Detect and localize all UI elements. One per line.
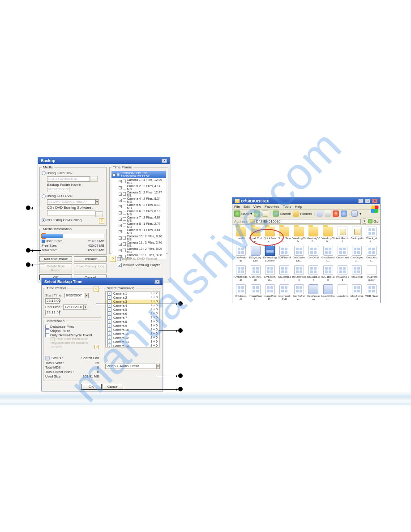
file-item[interactable]: IMG1pcx.dll — [321, 265, 334, 282]
camera-row[interactable]: Camera 32 + 0 — [106, 300, 159, 304]
file-item[interactable]: Install Codec — [248, 227, 262, 243]
event-type-select[interactable]: Video + Audio Event — [105, 364, 156, 369]
file-item[interactable]: GDIPlus.dll — [278, 246, 291, 262]
file-item[interactable]: IMG1jpg.dll — [307, 265, 320, 282]
camera-tree-item[interactable]: +Camera 3 : 2 Files, 12.47 MB — [118, 191, 166, 197]
camera-tree-item[interactable]: +Camera 5 : 2 Files, 8.18 MB — [118, 203, 166, 210]
camera-row[interactable]: Camera 131 + 0 — [106, 340, 159, 344]
menu-item[interactable]: Favorites — [265, 205, 279, 209]
go-button[interactable]: Go — [368, 219, 378, 223]
file-item[interactable]: GeoDll.dll — [307, 246, 320, 262]
camera-row[interactable]: Camera 22 + 0 — [106, 296, 159, 300]
db-checkbox[interactable] — [45, 325, 49, 329]
camera-row[interactable]: Camera 142 + 0 — [106, 344, 159, 348]
rename-button[interactable]: Rename — [74, 256, 107, 262]
camera-row[interactable]: Camera 72 + 0 — [106, 316, 159, 320]
file-item[interactable]: Check_all... — [365, 227, 378, 243]
menu-item[interactable]: File — [234, 205, 240, 209]
cd-sw-input[interactable] — [47, 210, 95, 215]
camera-tree-item[interactable]: +Camera 4 : 2 Files, 8.34 MB — [118, 197, 166, 203]
file-item[interactable]: ViewLog500... — [292, 227, 306, 243]
start-time-input[interactable]: 23:13:00 — [45, 298, 60, 304]
dropdown-icon[interactable]: ▾ — [84, 305, 87, 310]
file-item[interactable]: GeoAudio.dll — [234, 246, 248, 262]
timeframe-header[interactable]: −9/20/2007 23:13:51 ~ 12/30/2007 23:17:5… — [111, 171, 166, 178]
help-icon[interactable]: ? — [94, 345, 99, 349]
radio-os[interactable] — [42, 218, 46, 222]
file-item[interactable]: ImageProcP... — [263, 284, 277, 301]
file-item[interactable]: GvBackup.dll — [234, 265, 248, 282]
file-item[interactable]: EzViewLog500.exe — [263, 246, 277, 262]
forward-button[interactable] — [254, 210, 260, 217]
file-item[interactable]: Geoun.uni — [336, 246, 349, 262]
camera-tree-item[interactable]: +Camera 2 : 2 Files, 4.14 MB — [118, 184, 166, 191]
camera-tree-item[interactable]: +Camera 9 : 1 Files, 3.61 MB — [118, 228, 166, 235]
radio-cd[interactable] — [42, 194, 46, 198]
camera-tree-item[interactable]: +Camera 8 : 1 Files, 2.73 MB — [118, 222, 166, 228]
camera-row[interactable]: Camera 52 + 0 — [106, 308, 159, 312]
obj-checkbox[interactable] — [45, 329, 49, 333]
radio-hdd[interactable] — [42, 171, 46, 175]
file-item[interactable]: IMG1png.dll — [336, 265, 349, 282]
file-item[interactable]: LoadDllStar... — [321, 284, 334, 301]
add-time-button[interactable]: Add time frame — [39, 256, 72, 262]
camera-row[interactable]: Camera 62 + 0 — [106, 312, 159, 316]
file-item[interactable]: IPG1njpg.dll — [234, 284, 248, 301]
folders-button[interactable]: Folders — [293, 210, 312, 217]
file-item[interactable]: GVMerge.dll — [248, 265, 262, 282]
cd-path[interactable]: ELIZA\PS22\ALL files\*.* — [47, 199, 95, 205]
camera-list[interactable]: Camera 12 + 2Camera 22 + 0Camera 32 + 0C… — [105, 291, 160, 348]
camera-row[interactable]: Camera 102 + 0 — [106, 328, 159, 332]
back-button[interactable]: Back ▾ — [234, 210, 252, 217]
camera-row[interactable]: Camera 12 + 2 — [106, 292, 159, 296]
camera-row[interactable]: Camera 42 + 0 — [106, 304, 159, 308]
camera-tree-item[interactable]: +Camera 7 : 2 Files, 4.07 MB — [118, 216, 166, 222]
file-item[interactable]: EZsysLog.Exe — [248, 246, 262, 262]
end-time-input[interactable]: 23:11:57 — [45, 310, 60, 315]
views-button[interactable] — [351, 210, 358, 217]
file-item[interactable]: AutoRun.inf — [336, 227, 349, 243]
menu-item[interactable]: View — [253, 205, 261, 209]
menu-item[interactable]: Edit — [244, 205, 250, 209]
file-item[interactable]: SmartSearc... — [278, 227, 291, 243]
help-icon[interactable]: ? — [110, 256, 116, 262]
file-item[interactable]: GeoCodecEn... — [292, 246, 306, 262]
file-item[interactable]: imgmem32.dll — [278, 284, 291, 301]
file-item[interactable]: IMGtbmp.dll — [278, 265, 291, 282]
close-icon[interactable]: × — [162, 159, 167, 163]
file-item[interactable]: cam01 — [234, 227, 248, 243]
camera-row[interactable]: Camera 112 + 0 — [106, 332, 159, 336]
dropdown-icon[interactable]: ▾ — [85, 293, 89, 298]
file-item[interactable]: MapString.dll — [350, 284, 364, 301]
dropdown-icon[interactable]: ▾ — [363, 219, 366, 224]
file-item[interactable]: Backup.db — [350, 227, 364, 243]
dropdown-icon[interactable]: ▾ — [95, 199, 99, 205]
help-icon[interactable]: ? — [94, 287, 99, 292]
copy-button[interactable] — [317, 210, 323, 217]
file-item[interactable]: MDB_Searc... — [365, 284, 378, 301]
hdd-path[interactable]: C:\GEO\20080101 — [47, 176, 90, 182]
include-checkbox[interactable] — [118, 263, 122, 267]
camera-tree-item[interactable]: +Camera 11 : 3 Files, 2.76 MB — [118, 241, 166, 247]
menu-item[interactable]: Help — [295, 205, 302, 209]
file-item[interactable]: KeyRefrere... — [292, 284, 306, 301]
camera-tree-item[interactable]: +Camera 6 : 2 Files, 8.18 MB — [118, 210, 166, 216]
move-button[interactable] — [325, 210, 331, 217]
help-icon[interactable]: ? — [99, 218, 104, 223]
maximize-icon[interactable]: □ — [365, 199, 370, 203]
file-item[interactable]: IMG1tif.dll — [350, 265, 364, 282]
file-item[interactable]: IMG1vbmp.def — [365, 265, 378, 282]
camera-tree-item[interactable]: +Camera 10 : 2 Files, 8.76 MB — [118, 235, 166, 241]
file-item[interactable]: GVSelect.d... — [263, 265, 277, 282]
menu-item[interactable]: Tools — [283, 205, 291, 209]
undo-button[interactable] — [341, 210, 347, 217]
address-input[interactable]: D:\SIBK010616 — [249, 219, 361, 224]
search-button[interactable]: Search — [273, 210, 291, 217]
file-item[interactable]: Logo.bmp — [336, 284, 349, 301]
camera-tree-item[interactable]: +Camera 12 : 2 Files, 8.09 MB — [118, 247, 166, 253]
close-icon[interactable]: × — [372, 199, 377, 203]
file-item[interactable]: IMGtwavi.dll — [292, 265, 306, 282]
minimize-icon[interactable]: _ — [358, 199, 364, 203]
dropdown-icon[interactable]: ▾ — [156, 364, 160, 369]
file-item[interactable]: ViewLog500... — [321, 227, 334, 243]
